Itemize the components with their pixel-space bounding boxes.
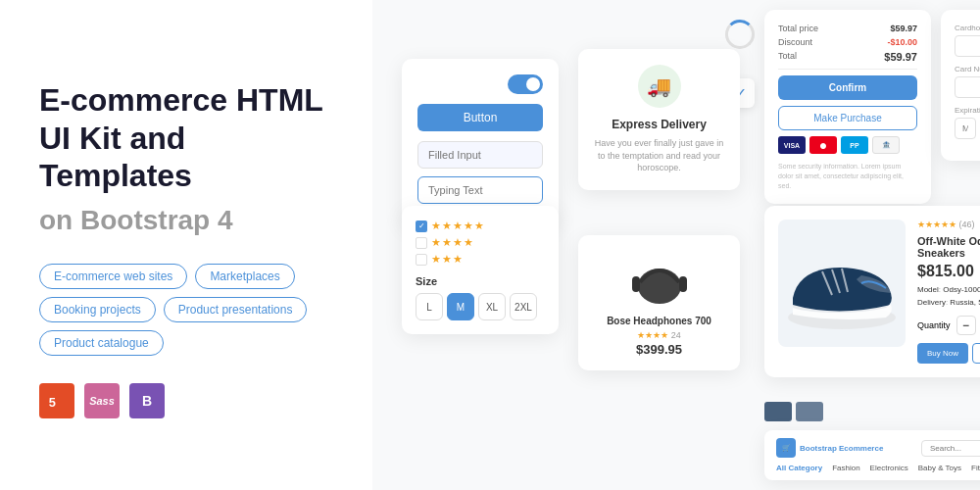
svg-point-1 (638, 269, 681, 304)
nav-search-input[interactable] (921, 440, 980, 457)
nav-top: 🛒 Bootstrap Ecommerce Login (776, 438, 980, 458)
subtitle: on Bootstrap 4 (39, 205, 343, 236)
star-row-2: ★★★★ (416, 236, 545, 249)
nav-links: All Category Fashion Electronics Baby & … (776, 464, 980, 472)
star-row-3: ★★★ (416, 253, 545, 266)
sass-icon: Sass (84, 383, 120, 418)
bank-icon: 🏦 (872, 136, 900, 154)
sneaker-thumbnails (764, 402, 823, 421)
typing-input[interactable] (417, 176, 543, 204)
size-btn-xl[interactable]: XL (478, 293, 506, 320)
sneaker-details: ★★★★★ (46) In store Off-White Odsy-100 L… (917, 220, 980, 364)
sneaker-rating: ★★★★★ (46) In store (917, 220, 980, 229)
headphones-image (620, 249, 699, 308)
qty-decrease[interactable]: − (956, 316, 976, 335)
loading-spinner (725, 20, 755, 49)
checkbox-icon: ✓ (416, 220, 427, 232)
delivery-panel: 🚚 Express Delivery Have you ever finally… (578, 49, 740, 190)
size-btn-m[interactable]: M (447, 293, 474, 320)
svg-text:5: 5 (49, 394, 56, 409)
thumb-2[interactable] (796, 402, 823, 421)
paypal-icon: PP (841, 136, 868, 154)
product-name: Bose Headphones 700 (592, 316, 726, 326)
empty-checkbox-2 (416, 254, 427, 266)
purchase-button[interactable]: Make Purchase (778, 106, 917, 130)
tag-marketplaces[interactable]: Marketplaces (195, 264, 294, 289)
form-panel: Button (402, 59, 559, 227)
confirm-button[interactable]: Confirm (778, 75, 917, 100)
buy-now-button[interactable]: Buy Now (917, 343, 968, 364)
nav-brand: 🛒 Bootstrap Ecommerce (776, 438, 883, 458)
nav-link-baby[interactable]: Baby & Toys (918, 464, 961, 472)
delivery-title: Express Delivery (594, 118, 724, 131)
product-rating: ★★★★ 24 (592, 330, 726, 340)
divider (778, 69, 917, 70)
left-section: E-commerce HTML UI Kit and Templates on … (0, 0, 372, 490)
cardholder-input[interactable] (955, 35, 980, 57)
stars-panel: ✓ ★★★★★ ★★★★ ★★★ Size L M XL 2XL (402, 206, 559, 334)
card-form-panel: Cardholder Name Card Number VISA ● Expir… (941, 10, 980, 161)
html5-icon: 5 (39, 383, 74, 418)
tags-container: E-commerce web sites Marketplaces Bookin… (39, 264, 343, 356)
size-label: Size (416, 275, 545, 287)
tag-catalogue[interactable]: Product catalogue (39, 330, 164, 356)
star-row-1: ✓ ★★★★★ (416, 220, 545, 232)
add-to-cart-button[interactable]: Add to Cart (972, 343, 980, 364)
nav-link-all[interactable]: All Category (776, 464, 822, 472)
delivery-icon: 🚚 (638, 65, 681, 108)
mastercard-icon: ● (809, 136, 837, 154)
size-btn-l[interactable]: L (416, 293, 443, 320)
toggle-switch[interactable] (508, 74, 543, 94)
sneaker-image (778, 220, 906, 347)
sneaker-price: $815.00 (917, 263, 980, 280)
preview-container: ✓ Button ✓ ★★★★★ ★★★★ ★★★ S (372, 0, 980, 490)
security-text: Some security information. Lorem ipsum d… (778, 162, 917, 190)
button-element[interactable]: Button (417, 104, 543, 131)
svg-rect-3 (679, 276, 687, 292)
payment-icons: VISA ● PP 🏦 (778, 136, 917, 154)
nav-link-fashion[interactable]: Fashion (832, 464, 859, 472)
size-btn-2xl[interactable]: 2XL (510, 293, 537, 320)
svg-rect-2 (632, 276, 640, 292)
payment-panel: Total price $59.97 Discount -$10.00 Tota… (764, 10, 931, 204)
quantity-row: Quantity − 1 + (917, 316, 980, 335)
tag-booking[interactable]: Booking projects (39, 297, 156, 322)
sneaker-panel: ★★★★★ (46) In store Off-White Odsy-100 L… (764, 206, 980, 377)
card-number-label: Card Number (955, 65, 980, 74)
sneaker-meta: Model: Odsy-1000 Delivery: Russia, 5$$ &… (917, 284, 980, 310)
tag-product-presentations[interactable]: Product presentations (164, 297, 308, 322)
nav-link-fitness[interactable]: Fitness (971, 464, 980, 472)
cardholder-label: Cardholder Name (955, 24, 980, 32)
size-buttons: L M XL 2XL (416, 293, 545, 320)
card-number-input[interactable] (955, 76, 980, 98)
right-section: ✓ Button ✓ ★★★★★ ★★★★ ★★★ S (372, 0, 980, 490)
nav-link-electronics[interactable]: Electronics (870, 464, 908, 472)
tech-icons: 5 Sass B (39, 383, 343, 418)
payment-total-row: Total price $59.97 (778, 24, 917, 33)
tag-ecommerce[interactable]: E-commerce web sites (39, 264, 187, 289)
filled-input[interactable] (417, 141, 543, 169)
delivery-text: Have you ever finally just gave in to th… (594, 137, 724, 174)
toggle-row (417, 74, 543, 94)
product-price: $399.95 (592, 342, 726, 357)
action-buttons: Buy Now Add to Cart (917, 343, 980, 364)
thumb-1[interactable] (764, 402, 792, 421)
nav-panel: 🛒 Bootstrap Ecommerce Login All Category… (764, 430, 980, 480)
sneaker-title: Off-White Odsy-100 Low-Top Sneakers (917, 235, 980, 259)
payment-discount-row: Discount -$10.00 (778, 37, 917, 47)
month-input[interactable] (955, 118, 976, 139)
payment-net-row: Total $59.97 (778, 51, 917, 63)
main-title: E-commerce HTML UI Kit and Templates (39, 81, 343, 194)
headphones-panel: Bose Headphones 700 ★★★★ 24 $399.95 (578, 235, 740, 370)
bootstrap-icon: B (129, 383, 165, 418)
expiration-label: Expiration (955, 106, 980, 115)
empty-checkbox (416, 237, 427, 249)
visa-icon: VISA (778, 136, 806, 154)
nav-logo: 🛒 (776, 438, 796, 458)
expiration-row: / CVV (955, 118, 980, 147)
